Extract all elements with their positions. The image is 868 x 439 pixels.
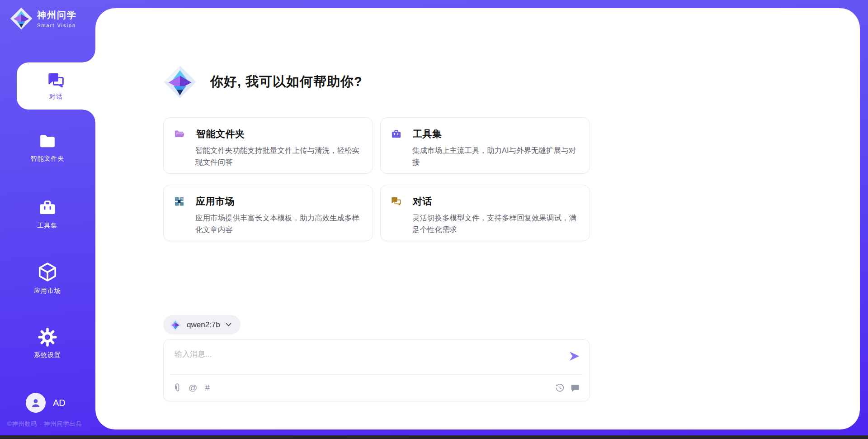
folder-icon (174, 129, 185, 139)
attachment-icon[interactable] (174, 383, 181, 393)
card-title: 对话 (413, 195, 432, 208)
composer-right-tools (555, 383, 580, 393)
hashtag-icon[interactable]: # (205, 383, 210, 393)
brand-text: 神州问学 Smart Vision (37, 9, 77, 28)
cube-icon (37, 262, 58, 282)
sidebar-item-label: 对话 (49, 93, 63, 101)
message-composer: @ # (163, 339, 590, 401)
feedback-icon[interactable] (571, 383, 580, 392)
feature-cards: 智能文件夹 智能文件夹功能支持批量文件上传与清洗，轻松实现文件问答 工具集 集成… (163, 117, 590, 241)
avatar (26, 393, 46, 413)
card-toolset[interactable]: 工具集 集成市场上主流工具，助力AI与外界无缝扩展与对接 (380, 117, 590, 174)
sidebar-item-toolset[interactable]: 工具集 (2, 198, 93, 230)
card-title: 应用市场 (196, 195, 235, 208)
brand: 神州问学 Smart Vision (10, 7, 77, 30)
composer-toolbar: @ # (174, 375, 580, 401)
tab-fillet-bottom (83, 110, 95, 122)
sidebar-item-label: 工具集 (2, 222, 93, 230)
card-description: 集成市场上主流工具，助力AI与外界无缝扩展与对接 (412, 144, 579, 168)
card-app-market[interactable]: 应用市场 应用市场提供丰富长文本模板，助力高效生成多样化文章内容 (163, 185, 373, 241)
diamond-logo-icon (170, 319, 181, 331)
user-initials: AD (53, 398, 66, 408)
card-smart-folder[interactable]: 智能文件夹 智能文件夹功能支持批量文件上传与清洗，轻松实现文件问答 (163, 117, 373, 174)
sidebar: 神州问学 Smart Vision 对话 智能文件夹 工具集 (0, 0, 95, 435)
mention-icon[interactable]: @ (189, 383, 197, 393)
copyright-text: ©神州数码 · 神州问学出品 (7, 420, 95, 428)
gear-icon (38, 328, 57, 347)
main-content: 你好, 我可以如何帮助你? 智能文件夹 智能文件夹功能支持批量文件上传与清洗，轻… (163, 0, 590, 401)
greeting-text: 你好, 我可以如何帮助你? (210, 73, 363, 91)
toolbox-icon (38, 198, 57, 217)
chat-icon (47, 71, 65, 89)
toolbox-icon (391, 129, 402, 139)
sidebar-item-smart-folder[interactable]: 智能文件夹 (2, 132, 93, 163)
grid-icon (174, 196, 185, 207)
brand-diamond-logo-icon (10, 7, 33, 30)
card-description: 智能文件夹功能支持批量文件上传与清洗，轻松实现文件问答 (195, 144, 362, 168)
diamond-logo-icon (163, 65, 197, 99)
message-input[interactable] (175, 349, 563, 372)
card-chat[interactable]: 对话 灵活切换多模型文件，支持多样回复效果调试，满足个性化需求 (380, 185, 590, 241)
send-icon[interactable] (568, 350, 580, 363)
greeting: 你好, 我可以如何帮助你? (163, 65, 590, 99)
person-icon (30, 397, 42, 409)
chevron-down-icon (226, 323, 231, 327)
tab-fillet-top (83, 50, 95, 62)
card-title: 工具集 (413, 128, 442, 140)
card-description: 灵活切换多模型文件，支持多样回复效果调试，满足个性化需求 (412, 212, 579, 235)
brand-name-cn: 神州问学 (37, 9, 77, 21)
card-description: 应用市场提供丰富长文本模板，助力高效生成多样化文章内容 (195, 212, 362, 235)
history-icon[interactable] (555, 383, 565, 393)
sidebar-item-chat[interactable]: 对话 (17, 62, 95, 110)
user-account[interactable]: AD (26, 393, 66, 413)
composer-left-tools: @ # (174, 383, 210, 393)
chat-icon (391, 196, 402, 207)
model-selector[interactable]: qwen2:7b (163, 315, 241, 334)
card-title: 智能文件夹 (196, 128, 245, 140)
sidebar-item-label: 智能文件夹 (2, 155, 93, 163)
sidebar-item-label: 应用市场 (2, 287, 93, 295)
sidebar-item-label: 系统设置 (2, 351, 93, 359)
folder-icon (38, 132, 57, 150)
sidebar-item-settings[interactable]: 系统设置 (2, 328, 93, 359)
sidebar-item-app-market[interactable]: 应用市场 (2, 262, 93, 295)
model-name: qwen2:7b (187, 320, 220, 329)
brand-name-en: Smart Vision (37, 23, 77, 28)
